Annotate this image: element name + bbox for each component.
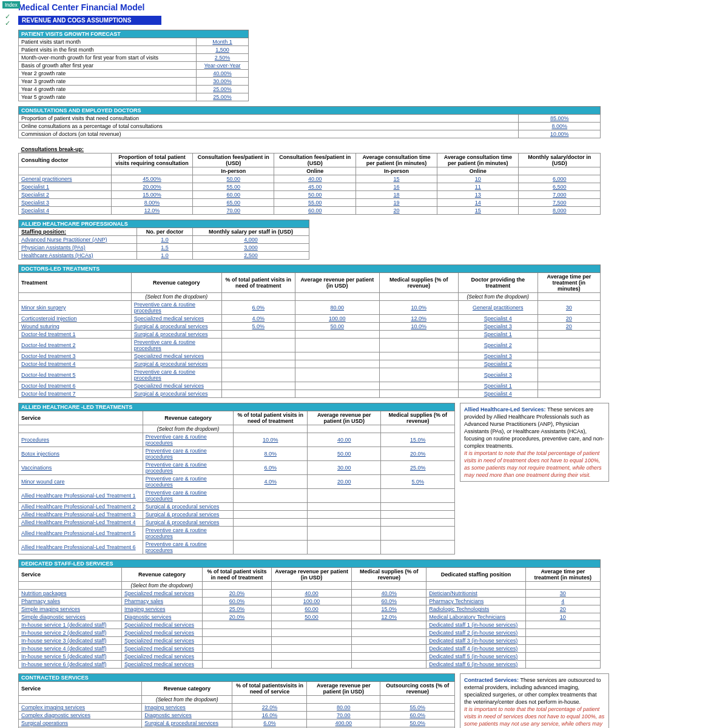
cell[interactable]: Doctor providing the treatment — [458, 273, 538, 293]
cell[interactable]: 60.0% — [380, 712, 455, 720]
cell[interactable] — [295, 382, 379, 390]
cell[interactable]: Pharmacy sales — [121, 598, 202, 605]
cell[interactable] — [308, 489, 381, 503]
cell[interactable]: 5.0% — [221, 323, 295, 331]
cell[interactable] — [111, 167, 192, 175]
cell[interactable]: Preventive care & routine procedures — [131, 339, 221, 352]
cell[interactable] — [352, 637, 426, 645]
cell[interactable]: Month 1 — [197, 38, 249, 46]
cell[interactable] — [538, 368, 600, 382]
cell[interactable] — [352, 653, 426, 661]
cell[interactable]: Dedicated staffing position — [426, 568, 525, 582]
cell[interactable]: Pharmacy sales — [19, 598, 122, 605]
cell[interactable] — [379, 331, 458, 339]
cell[interactable] — [519, 167, 601, 175]
cell[interactable] — [234, 489, 308, 503]
cell[interactable] — [538, 360, 600, 368]
cell[interactable]: Surgical & procedural services — [131, 360, 221, 368]
cell[interactable]: Radiologic Technologists — [426, 605, 525, 613]
cell[interactable]: Specialized medical services — [121, 637, 202, 645]
cell[interactable]: Dedicated staff 4 (in-house services) — [426, 645, 525, 653]
cell[interactable]: 10 — [437, 175, 519, 183]
cell[interactable] — [538, 390, 600, 398]
cell[interactable]: 40.00 — [308, 433, 381, 447]
cell[interactable]: Surgical & procedural services — [131, 331, 221, 339]
cell[interactable] — [308, 511, 381, 519]
cell[interactable]: Online — [437, 167, 519, 175]
cell[interactable]: Simple imaging services — [19, 605, 122, 613]
cell[interactable] — [525, 637, 600, 645]
cell[interactable] — [221, 360, 295, 368]
cell[interactable]: 45.00% — [111, 175, 192, 183]
cell[interactable]: 13 — [437, 191, 519, 199]
cell[interactable]: Year-over-Year — [197, 62, 249, 70]
cell[interactable]: Complex imaging services — [19, 704, 142, 712]
cell[interactable]: Specialized medical services — [131, 382, 221, 390]
cell[interactable]: 4,000 — [192, 236, 309, 244]
cell[interactable]: General practitioners — [19, 175, 112, 183]
cell[interactable]: 30 — [538, 301, 600, 315]
cell[interactable]: 50.00 — [295, 323, 379, 331]
cell[interactable]: Surgical & procedural services — [142, 720, 232, 727]
cell[interactable]: 5.0% — [381, 475, 455, 489]
cell[interactable]: Surgical & procedural services — [143, 503, 234, 511]
cell[interactable] — [308, 519, 381, 527]
cell[interactable] — [381, 489, 455, 503]
cell[interactable] — [538, 331, 600, 339]
cell[interactable] — [202, 653, 271, 661]
cell[interactable]: Dedicated staff 1 (in-house services) — [426, 621, 525, 629]
cell[interactable]: Specialist 3 — [19, 199, 112, 207]
cell[interactable]: Vaccinations — [19, 461, 143, 475]
cell[interactable]: 60.0% — [202, 598, 271, 605]
cell[interactable] — [295, 339, 379, 352]
cell[interactable]: 16 — [356, 183, 437, 191]
cell[interactable] — [221, 331, 295, 339]
cell[interactable]: 20 — [538, 323, 600, 331]
cell[interactable]: Specialist 2 — [458, 360, 538, 368]
cell[interactable]: Specialized medical services — [121, 629, 202, 637]
cell[interactable]: 55.0% — [380, 704, 455, 712]
cell[interactable]: Average revenue per patient (in USD) — [295, 273, 379, 293]
cell[interactable]: Outsourcing costs (% of revenue) — [380, 682, 455, 696]
cell[interactable]: 100.00 — [295, 315, 379, 323]
cell[interactable]: Advanced Nurse Practitioner (ANP) — [19, 236, 137, 244]
cell[interactable]: Imaging services — [142, 704, 232, 712]
cell[interactable]: Revenue category — [121, 568, 202, 582]
cell[interactable]: % of total patient visits in need of tre… — [221, 273, 295, 293]
cell[interactable] — [352, 645, 426, 653]
cell[interactable]: Specialist 4 — [19, 207, 112, 215]
cell[interactable]: Dietician/Nutritionist — [426, 590, 525, 598]
cell[interactable]: Preventive care & routine procedures — [131, 368, 221, 382]
cell[interactable]: Specialist 3 — [458, 352, 538, 360]
cell[interactable] — [308, 541, 381, 554]
cell[interactable] — [271, 653, 351, 661]
cell[interactable] — [538, 382, 600, 390]
cell[interactable]: Allied Healthcare Professional-Led Treat… — [19, 541, 143, 554]
cell[interactable] — [271, 621, 351, 629]
cell[interactable]: Average revenue per patient (in USD) — [307, 682, 380, 696]
cell[interactable]: In-house service 1 (dedicated staff) — [19, 621, 122, 629]
cell[interactable]: 100.00 — [271, 598, 351, 605]
cell[interactable] — [308, 527, 381, 541]
cell[interactable]: Medical Laboratory Technicians — [426, 613, 525, 621]
cell[interactable]: 65.00 — [193, 199, 274, 207]
cell[interactable]: In-house service 6 (dedicated staff) — [19, 661, 122, 669]
cell[interactable]: Botox injections — [19, 447, 143, 461]
cell[interactable]: Commission of doctors (on total revenue) — [19, 130, 519, 138]
cell[interactable]: 50.00 — [193, 175, 274, 183]
cell[interactable]: 55.00 — [193, 183, 274, 191]
cell[interactable]: 2,500 — [192, 252, 309, 260]
cell[interactable]: Specialist 3 — [458, 368, 538, 382]
cell[interactable]: Preventive care & routine procedures — [143, 475, 234, 489]
cell[interactable]: 15.0% — [352, 605, 426, 613]
cell[interactable] — [379, 360, 458, 368]
cell[interactable] — [221, 390, 295, 398]
cell[interactable]: Specialist 4 — [458, 390, 538, 398]
cell[interactable]: 20.00 — [308, 475, 381, 489]
cell[interactable]: In-person — [193, 167, 274, 175]
cell[interactable]: 30 — [525, 590, 600, 598]
cell[interactable] — [352, 629, 426, 637]
cell[interactable]: Medical supplies (% of revenue) — [381, 411, 455, 425]
cell[interactable]: Diagnostic services — [121, 613, 202, 621]
cell[interactable]: 25.00% — [197, 86, 249, 93]
